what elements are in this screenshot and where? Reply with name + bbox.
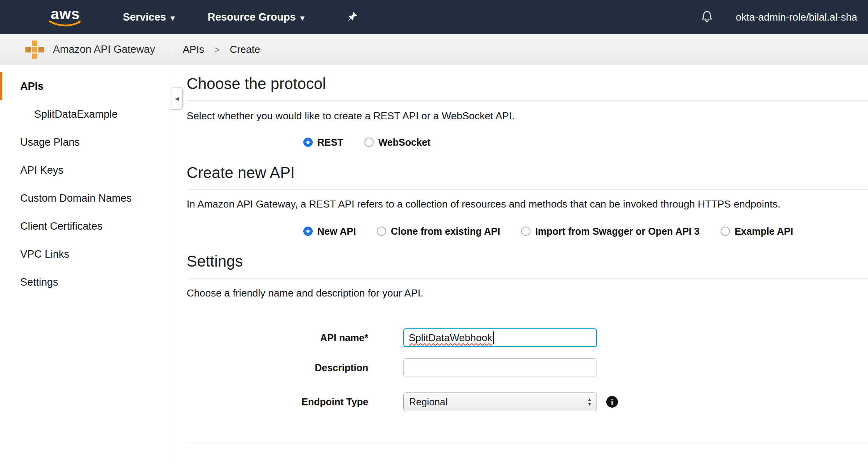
protocol-description: Select whether you would like to create …	[187, 110, 868, 122]
radio-option-rest[interactable]: REST	[303, 137, 343, 148]
radio-button-selected[interactable]	[303, 227, 313, 236]
endpoint-type-row: Endpoint Type Regional ▲ ▼ i	[187, 392, 868, 411]
divider	[187, 100, 868, 101]
breadcrumb-create: Create	[230, 44, 260, 56]
sidebar-item-label: Settings	[20, 276, 58, 288]
radio-button[interactable]	[521, 227, 530, 236]
api-name-value: SplitDataWebhook	[409, 332, 492, 344]
sidebar-item-client-certificates[interactable]: Client Certificates	[0, 212, 171, 240]
create-api-radio-group: New API Clone from existing API Import f…	[187, 225, 868, 238]
aws-logo-swoosh-icon	[49, 20, 82, 27]
sidebar-item-label: VPC Links	[20, 248, 69, 260]
endpoint-type-label: Endpoint Type	[187, 396, 368, 408]
radio-button[interactable]	[377, 227, 386, 236]
section-bottom-divider	[187, 443, 868, 443]
service-title-block: Amazon API Gateway	[0, 34, 171, 65]
service-header-bar: Amazon API Gateway APIs > Create	[0, 34, 868, 65]
sidebar-item-label: APIs	[20, 80, 44, 92]
radio-option-import-swagger[interactable]: Import from Swagger or Open API 3	[521, 226, 700, 237]
protocol-radio-group: REST WebSocket	[187, 136, 868, 149]
sidebar-item-settings[interactable]: Settings	[0, 268, 171, 296]
api-gateway-service-icon	[25, 40, 44, 59]
breadcrumb-apis[interactable]: APIs	[183, 44, 204, 56]
api-name-label: API name*	[187, 332, 368, 344]
create-api-description: In Amazon API Gateway, a REST API refers…	[187, 198, 868, 210]
radio-label: Example API	[735, 226, 793, 237]
aws-logo-text: aws	[51, 7, 80, 21]
sidebar-item-label: Custom Domain Names	[20, 192, 132, 204]
divider	[187, 189, 868, 190]
section-title-settings: Settings	[187, 252, 868, 270]
info-icon[interactable]: i	[606, 396, 618, 408]
breadcrumb-separator: >	[214, 44, 220, 55]
sidebar-item-api-keys[interactable]: API Keys	[0, 156, 171, 184]
radio-label: Clone from existing API	[391, 226, 500, 237]
section-title-choose-protocol: Choose the protocol	[187, 75, 868, 92]
sidebar-collapse-toggle[interactable]: ◀	[171, 87, 183, 110]
section-title-create-new-api: Create new API	[187, 164, 868, 181]
breadcrumb: APIs > Create	[171, 34, 260, 65]
stepper-up-icon: ▲	[587, 398, 592, 402]
content-area: APIs SplitDataExample Usage Plans API Ke…	[0, 65, 868, 464]
radio-option-example-api[interactable]: Example API	[721, 226, 793, 237]
sidebar-item-label: SplitDataExample	[34, 108, 118, 120]
description-label: Description	[187, 362, 368, 373]
sidebar: APIs SplitDataExample Usage Plans API Ke…	[0, 65, 171, 464]
stepper-down-icon: ▼	[587, 402, 592, 406]
radio-button[interactable]	[721, 227, 730, 236]
radio-label: REST	[317, 137, 343, 148]
pin-icon[interactable]	[347, 11, 358, 23]
settings-form: API name* SplitDataWebhook Description E…	[187, 328, 868, 411]
text-cursor	[493, 331, 494, 344]
sidebar-item-apis[interactable]: APIs	[0, 72, 171, 100]
settings-description: Choose a friendly name and description f…	[187, 287, 868, 299]
sidebar-item-splitdataexample[interactable]: SplitDataExample	[0, 100, 171, 128]
sidebar-item-vpc-links[interactable]: VPC Links	[0, 240, 171, 268]
api-name-input[interactable]: SplitDataWebhook	[403, 328, 597, 347]
resource-groups-menu[interactable]: Resource Groups ▾	[208, 11, 304, 23]
endpoint-type-select[interactable]: Regional ▲ ▼	[403, 392, 597, 411]
radio-button[interactable]	[364, 138, 374, 147]
services-menu[interactable]: Services ▾	[123, 11, 175, 23]
info-glyph: i	[611, 397, 613, 407]
description-input[interactable]	[403, 358, 597, 377]
select-stepper-icon: ▲ ▼	[587, 398, 592, 406]
api-name-row: API name* SplitDataWebhook	[187, 328, 868, 347]
account-menu[interactable]: okta-admin-role/bilal.al-sha	[736, 11, 857, 23]
radio-option-new-api[interactable]: New API	[303, 226, 356, 237]
resource-groups-label: Resource Groups	[208, 11, 296, 23]
radio-label: New API	[317, 226, 356, 237]
endpoint-type-value: Regional	[409, 396, 448, 408]
radio-label: WebSocket	[378, 137, 430, 148]
aws-console-page: aws Services ▾ Resource Groups ▾ ok	[0, 0, 868, 464]
sidebar-item-label: API Keys	[20, 164, 63, 176]
top-navigation-bar: aws Services ▾ Resource Groups ▾ ok	[0, 0, 868, 34]
sidebar-item-label: Client Certificates	[20, 220, 103, 232]
notifications-bell-icon[interactable]	[700, 9, 714, 25]
radio-option-clone-existing[interactable]: Clone from existing API	[377, 226, 500, 237]
chevron-down-icon: ▾	[171, 13, 175, 22]
divider	[187, 278, 868, 279]
radio-label: Import from Swagger or Open API 3	[535, 226, 700, 237]
sidebar-item-label: Usage Plans	[20, 136, 80, 148]
chevron-down-icon: ▾	[301, 13, 304, 22]
sidebar-item-custom-domain-names[interactable]: Custom Domain Names	[0, 184, 171, 212]
aws-logo[interactable]: aws	[46, 7, 85, 27]
radio-option-websocket[interactable]: WebSocket	[364, 137, 430, 148]
main-panel: Choose the protocol Select whether you w…	[171, 65, 868, 464]
service-name[interactable]: Amazon API Gateway	[53, 44, 155, 56]
sidebar-item-usage-plans[interactable]: Usage Plans	[0, 128, 171, 156]
description-row: Description	[187, 358, 868, 377]
services-label: Services	[123, 11, 166, 23]
radio-button-selected[interactable]	[303, 138, 313, 147]
chevron-left-icon: ◀	[175, 96, 179, 101]
